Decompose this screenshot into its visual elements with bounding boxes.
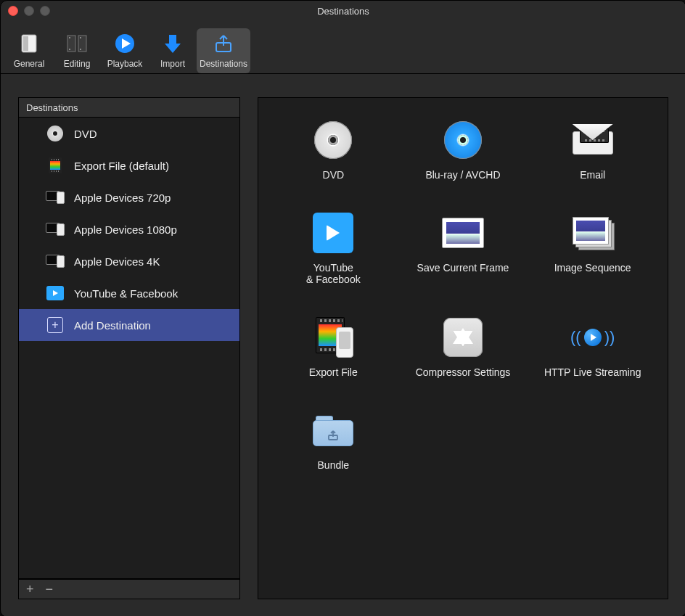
svg-rect-6 (80, 37, 81, 38)
bundle-folder-icon (311, 408, 355, 452)
disc-icon (45, 126, 65, 141)
import-icon (160, 31, 185, 56)
tab-label: Import (160, 59, 185, 69)
sidebar-item-dvd[interactable]: DVD (19, 118, 239, 149)
window-title: Destinations (317, 6, 369, 17)
add-icon: + (45, 317, 65, 333)
template-label: Bundle (318, 459, 350, 471)
film-icon (45, 157, 65, 173)
zoom-window-button[interactable] (40, 6, 50, 16)
sidebar-footer: + − (18, 579, 240, 599)
add-button[interactable]: + (26, 583, 34, 596)
remove-button[interactable]: − (46, 583, 54, 596)
preferences-toolbar: General Editing Playback Import Destinat (1, 21, 685, 74)
tab-label: General (14, 59, 45, 69)
image-sequence-icon (571, 211, 615, 255)
tab-label: Playback (107, 59, 143, 69)
tab-general[interactable]: General (5, 28, 53, 73)
frame-icon (441, 211, 485, 255)
tab-import[interactable]: Import (149, 28, 197, 73)
close-window-button[interactable] (8, 6, 18, 16)
tab-editing[interactable]: Editing (53, 28, 101, 73)
bluray-icon (441, 118, 485, 162)
sidebar-item-label: Apple Devices 720p (74, 192, 171, 204)
minimize-window-button[interactable] (24, 6, 34, 16)
hls-icon: (()) (571, 316, 615, 359)
compressor-icon (441, 316, 485, 359)
destinations-icon (211, 31, 236, 56)
template-label: Blu-ray / AVCHD (425, 169, 500, 181)
window-controls (8, 6, 50, 16)
sidebar-item-label: Apple Devices 1080p (74, 223, 177, 236)
template-youtube-facebook[interactable]: YouTube & Facebook (273, 211, 394, 285)
sidebar-item-youtube-facebook[interactable]: YouTube & Facebook (19, 277, 239, 309)
template-email[interactable]: Email (532, 118, 653, 181)
svg-rect-5 (69, 49, 70, 50)
svg-rect-4 (69, 37, 70, 38)
content: Destinations DVD Export File (default) A… (1, 74, 685, 616)
tab-playback[interactable]: Playback (101, 28, 149, 73)
sidebar-item-label: YouTube & Facebook (74, 287, 178, 300)
sidebar-list: DVD Export File (default) Apple Devices … (18, 118, 240, 579)
dvd-icon (311, 118, 355, 162)
template-bundle[interactable]: Bundle (273, 408, 394, 471)
sidebar-item-label: DVD (74, 128, 97, 140)
template-label: DVD (323, 169, 345, 181)
template-label: Image Sequence (554, 262, 631, 274)
sidebar-item-export-file[interactable]: Export File (default) (19, 149, 239, 181)
general-icon (17, 31, 41, 56)
tab-label: Destinations (200, 59, 247, 69)
preferences-window: Destinations General Editing Playback (0, 0, 685, 616)
sidebar-item-label: Add Destination (74, 319, 151, 332)
template-export-file[interactable]: Export File (273, 316, 394, 378)
template-label: Compressor Settings (416, 366, 511, 378)
template-image-sequence[interactable]: Image Sequence (532, 211, 653, 285)
template-label: Export File (309, 366, 358, 378)
template-dvd[interactable]: DVD (273, 118, 394, 181)
email-icon (571, 118, 615, 162)
tab-destinations[interactable]: Destinations (197, 28, 250, 73)
youtube-facebook-icon (45, 285, 65, 301)
template-compressor-settings[interactable]: Compressor Settings (403, 316, 524, 378)
sidebar-item-label: Apple Devices 4K (74, 255, 160, 268)
svg-rect-1 (23, 36, 28, 51)
template-bluray[interactable]: Blu-ray / AVCHD (403, 118, 524, 181)
svg-rect-3 (78, 36, 86, 52)
sidebar-item-apple-720p[interactable]: Apple Devices 720p (19, 181, 239, 213)
export-file-icon (311, 316, 355, 359)
devices-icon (45, 221, 65, 237)
template-label: Save Current Frame (417, 262, 509, 274)
devices-icon (45, 253, 65, 269)
youtube-facebook-icon (311, 211, 355, 255)
template-save-current-frame[interactable]: Save Current Frame (403, 211, 524, 285)
sidebar-item-label: Export File (default) (74, 160, 169, 172)
template-label: YouTube & Facebook (306, 262, 361, 285)
template-label: HTTP Live Streaming (544, 366, 641, 378)
sidebar-item-add-destination[interactable]: + Add Destination (19, 309, 239, 341)
devices-icon (45, 189, 65, 205)
titlebar: Destinations (1, 1, 685, 21)
playback-icon (112, 31, 137, 56)
svg-rect-2 (67, 36, 75, 52)
template-http-live-streaming[interactable]: (()) HTTP Live Streaming (532, 316, 653, 378)
destination-templates-panel: DVD Blu-ray / AVCHD Email YouTube & Face… (258, 97, 668, 599)
destination-grid: DVD Blu-ray / AVCHD Email YouTube & Face… (273, 118, 653, 471)
sidebar-header: Destinations (18, 97, 240, 118)
destinations-sidebar: Destinations DVD Export File (default) A… (18, 97, 240, 599)
sidebar-item-apple-4k[interactable]: Apple Devices 4K (19, 245, 239, 277)
svg-rect-7 (80, 49, 81, 50)
tab-label: Editing (64, 59, 91, 69)
sidebar-item-apple-1080p[interactable]: Apple Devices 1080p (19, 213, 239, 245)
template-label: Email (580, 169, 605, 181)
editing-icon (65, 31, 89, 56)
